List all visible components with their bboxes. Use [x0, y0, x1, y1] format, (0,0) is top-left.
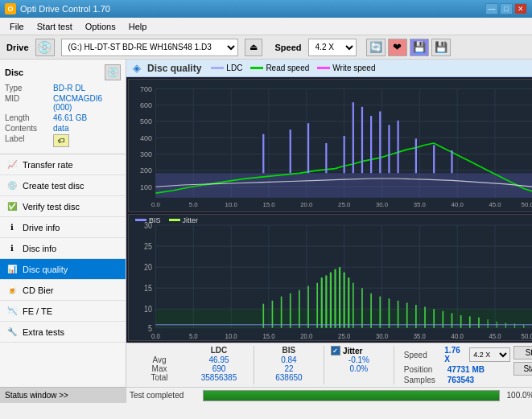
bis-chart-svg: 30 25 20 15 10 5 10% 8% 6% 4% 2% 0.0 5.0… [129, 215, 532, 340]
ldc-max: 690 [191, 364, 247, 373]
bis-total: 638650 [261, 373, 317, 382]
minimize-button[interactable]: — [485, 3, 498, 14]
svg-text:500: 500 [140, 117, 152, 125]
stats-col-ldc: LDC 46.95 690 35856385 [191, 346, 247, 382]
nav-create-test-disc[interactable]: 💿 Create test disc [0, 175, 126, 196]
disc-type-label: Type [5, 84, 53, 92]
nav-disc-info-label: Disc info [23, 244, 56, 253]
read-speed-color [250, 67, 263, 69]
stats-col-labels: - Avg Max Total [131, 346, 188, 382]
create-test-disc-icon: 💿 [6, 181, 18, 190]
nav-verify-test-disc[interactable]: ✅ Verify test disc [0, 196, 126, 217]
drive-select[interactable]: (G:) HL-DT-ST BD-RE WH16NS48 1.D3 [61, 39, 238, 56]
nav-create-test-disc-label: Create test disc [23, 181, 84, 191]
progress-bar-fill [204, 391, 499, 401]
nav-extra-tests[interactable]: 🔧 Extra tests [0, 322, 126, 343]
nav-drive-info[interactable]: ℹ Drive info [0, 217, 126, 238]
verify-test-disc-icon: ✅ [6, 202, 18, 211]
disc-button2[interactable]: 💾 [410, 39, 429, 56]
nav-extra-tests-label: Extra tests [23, 327, 64, 337]
menu-file[interactable]: File [3, 20, 31, 33]
speed-select[interactable]: 4.2 X [308, 39, 357, 56]
svg-text:10: 10 [144, 304, 152, 314]
position-value: 47731 MB [447, 365, 485, 374]
disc-panel: Disc 💿 Type BD-R DL MID CMCMAGDI6 (000) … [0, 60, 126, 154]
svg-text:35.0: 35.0 [414, 331, 426, 340]
jitter-checkbox[interactable]: ✓ [331, 346, 340, 355]
bis-avg: 0.84 [261, 355, 317, 364]
svg-text:30.0: 30.0 [376, 331, 388, 340]
svg-text:25: 25 [144, 241, 152, 251]
bis-legend-color [135, 219, 146, 221]
read-speed-label: Read speed [266, 64, 309, 72]
disc-button1[interactable]: ❤ [388, 39, 407, 56]
speed-pos-section: Speed 1.76 X 4.2 X Position 47731 MB Sam… [404, 346, 511, 384]
svg-text:0.0: 0.0 [151, 201, 160, 208]
svg-text:700: 700 [140, 85, 152, 93]
svg-text:50.0 GB: 50.0 GB [522, 201, 532, 208]
nav-cd-bier-label: CD Bier [23, 285, 54, 295]
start-part-button[interactable]: Start part [513, 362, 532, 376]
maximize-button[interactable]: □ [500, 3, 513, 14]
svg-text:15.0: 15.0 [262, 201, 275, 208]
nav-fe-te-label: FE / TE [23, 306, 52, 316]
nav-transfer-rate[interactable]: 📈 Transfer rate [0, 154, 126, 175]
jitter-legend-item: Jitter [169, 216, 199, 224]
svg-text:15.0: 15.0 [262, 331, 274, 340]
close-button[interactable]: ✕ [514, 3, 527, 14]
nav-disc-quality-label: Disc quality [23, 265, 68, 274]
svg-rect-46 [155, 173, 532, 197]
speed-dropdown[interactable]: 4.2 X [469, 347, 510, 362]
disc-type-row: Type BD-R DL [5, 84, 121, 92]
bis-header: BIS [261, 346, 317, 355]
label-icon: 🏷 [53, 134, 69, 147]
nav-verify-test-disc-label: Verify test disc [23, 202, 80, 212]
charts-area: 700 600 500 400 300 200 100 18X 16X 14X … [126, 77, 532, 343]
svg-text:35.0: 35.0 [414, 201, 427, 208]
speed-row-label: Speed [404, 351, 442, 359]
disc-contents-value: data [53, 124, 68, 133]
nav-fe-te[interactable]: 📉 FE / TE [0, 301, 126, 322]
ldc-chart-svg: 700 600 500 400 300 200 100 18X 16X 14X … [129, 80, 532, 212]
nav-transfer-rate-label: Transfer rate [23, 160, 73, 170]
disc-length-label: Length [5, 113, 53, 122]
start-full-button[interactable]: Start full [513, 346, 532, 359]
jitter-avg: -0.1% [331, 355, 387, 364]
stats-divider-2 [324, 346, 324, 384]
nav-cd-bier[interactable]: 🍺 CD Bier [0, 280, 126, 301]
status-window-label: Status window >> [5, 391, 68, 400]
jitter-legend-label: Jitter [183, 216, 199, 224]
status-window-toggle[interactable]: Status window >> [0, 387, 126, 403]
menu-start-test[interactable]: Start test [31, 20, 79, 33]
svg-text:40.0: 40.0 [452, 201, 464, 208]
ldc-label: LDC [226, 64, 242, 72]
bis-legend-label: BIS [149, 216, 161, 224]
buttons-section: Start full Start part [513, 346, 532, 376]
svg-text:45.0: 45.0 [489, 331, 501, 340]
app-icon: O [5, 3, 16, 14]
svg-text:5.0: 5.0 [189, 331, 198, 340]
svg-text:300: 300 [140, 150, 152, 158]
svg-text:50.0 GB: 50.0 GB [522, 331, 532, 340]
jitter-header-label: Jitter [343, 347, 362, 355]
disc-info-icon: ℹ [6, 244, 18, 253]
nav-disc-info[interactable]: ℹ Disc info [0, 238, 126, 259]
legend: LDC Read speed Write speed [211, 64, 375, 72]
menu-options[interactable]: Options [79, 20, 122, 33]
disc-mid-value: CMCMAGDI6 (000) [53, 94, 121, 112]
nav-disc-quality[interactable]: 📊 Disc quality [0, 259, 126, 280]
disc-icon: 💿 [105, 64, 121, 80]
write-speed-color [317, 67, 330, 69]
drive-bar: Drive 💿 (G:) HL-DT-ST BD-RE WH16NS48 1.D… [0, 35, 532, 60]
drive-info-icon: ℹ [6, 223, 18, 232]
ldc-header: LDC [191, 346, 247, 355]
refresh-button[interactable]: 🔄 [366, 39, 386, 56]
svg-text:45.0: 45.0 [489, 201, 501, 208]
save-button[interactable]: 💾 [431, 39, 451, 56]
menu-help[interactable]: Help [122, 20, 154, 33]
title-buttons: — □ ✕ [485, 3, 527, 14]
disc-label-label: Label [5, 134, 53, 147]
drive-icon: 💿 [35, 39, 55, 56]
eject-button[interactable]: ⏏ [245, 39, 262, 56]
avg-label: Avg [131, 355, 188, 364]
